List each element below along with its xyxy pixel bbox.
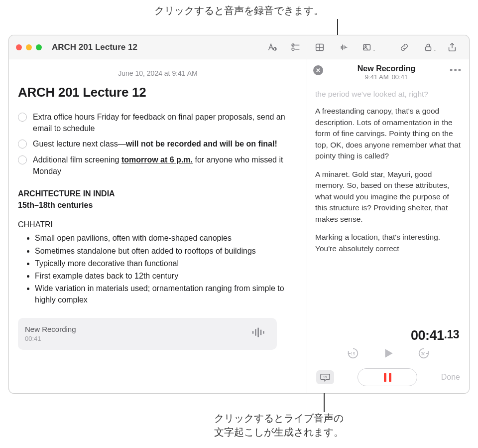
- share-button[interactable]: [442, 39, 462, 55]
- svg-point-2: [292, 48, 294, 50]
- attachment-duration: 00:41: [25, 334, 76, 344]
- svg-rect-13: [363, 44, 370, 50]
- recording-duration: 00:41: [392, 73, 408, 81]
- transcribe-button[interactable]: 99: [316, 370, 334, 384]
- list-item: Typically more decorative than functiona…: [35, 258, 298, 269]
- transcript-paragraph: A minaret. Gold star, Mayuri, good memor…: [315, 169, 461, 225]
- pause-icon: [384, 373, 391, 382]
- bullet-list: Small open pavilions, often with dome-sh…: [35, 232, 298, 305]
- svg-marker-24: [385, 349, 392, 357]
- list-item: Small open pavilions, often with dome-sh…: [35, 232, 298, 244]
- minimize-window-button[interactable]: [26, 44, 32, 50]
- svg-text:15: 15: [351, 352, 356, 356]
- recording-bottom-row: 99 Done: [307, 365, 469, 393]
- checklist-text: Additional film screening tomorrow at 6 …: [33, 154, 298, 177]
- section-heading: ARCHITECTURE IN INDIA: [18, 188, 298, 199]
- format-button[interactable]: [262, 39, 282, 55]
- recording-attachment[interactable]: New Recording 00:41: [18, 318, 277, 350]
- content-area: June 10, 2024 at 9:41 AM ARCH 201 Lectur…: [9, 59, 469, 393]
- skip-forward-button[interactable]: 30: [417, 346, 431, 362]
- record-audio-button[interactable]: [334, 39, 354, 55]
- pause-record-button[interactable]: [358, 368, 417, 386]
- checkbox-icon[interactable]: [18, 140, 27, 149]
- list-item: Wide variation in materials used; orname…: [35, 283, 298, 305]
- app-window: ARCH 201 Lecture 12: [8, 35, 470, 394]
- table-button[interactable]: [310, 39, 330, 55]
- media-button[interactable]: ⌄: [358, 39, 377, 55]
- window-controls: [16, 44, 42, 50]
- list-item: First example dates back to 12th century: [35, 270, 298, 282]
- callout-line-bottom: [324, 393, 325, 412]
- lock-button[interactable]: ⌄: [418, 39, 438, 55]
- checklist-item[interactable]: Extra office hours Friday for feedback o…: [18, 111, 298, 134]
- transcript-line-faded: the period we've looked at, right?: [315, 89, 461, 100]
- close-window-button[interactable]: [16, 44, 22, 50]
- attachment-title: New Recording: [25, 324, 76, 335]
- note-body[interactable]: June 10, 2024 at 9:41 AM ARCH 201 Lectur…: [9, 59, 307, 393]
- recording-title: New Recording: [327, 64, 446, 73]
- checkbox-icon[interactable]: [18, 113, 27, 122]
- callout-top: クリックすると音声を録音できます。: [0, 4, 478, 17]
- svg-rect-15: [426, 47, 431, 50]
- skip-back-button[interactable]: 15: [346, 346, 360, 362]
- checklist-item[interactable]: Additional film screening tomorrow at 6 …: [18, 154, 298, 177]
- close-panel-button[interactable]: [313, 65, 323, 75]
- checklist-text: Extra office hours Friday for feedback o…: [33, 111, 298, 134]
- checklist-text: Guest lecture next class—will not be rec…: [33, 138, 298, 149]
- chevron-down-icon: ⌄: [372, 47, 376, 52]
- svg-text:30: 30: [421, 352, 426, 356]
- recording-panel: New Recording 9:41 AM 00:41 ••• the peri…: [307, 59, 469, 393]
- window-title: ARCH 201 Lecture 12: [52, 42, 137, 52]
- note-date: June 10, 2024 at 9:41 AM: [18, 68, 298, 78]
- callout-bottom: クリックするとライブ音声の 文字起こしが生成されます。: [214, 411, 344, 439]
- zoom-window-button[interactable]: [36, 44, 42, 50]
- recording-timer: 00:41.13: [307, 328, 469, 343]
- note-title: ARCH 201 Lecture 12: [18, 83, 298, 102]
- checkbox-icon[interactable]: [18, 155, 27, 164]
- transcript-area[interactable]: the period we've looked at, right? A fre…: [307, 83, 469, 328]
- section-subheading: 15th–18th centuries: [18, 199, 298, 211]
- recording-header: New Recording 9:41 AM 00:41 •••: [307, 59, 469, 83]
- topic-heading: CHHATRI: [18, 219, 298, 230]
- waveform-icon: [248, 324, 270, 343]
- transcript-paragraph: Marking a location, that's interesting. …: [315, 232, 461, 254]
- playback-controls: 15 30: [307, 343, 469, 365]
- more-options-button[interactable]: •••: [450, 65, 462, 76]
- svg-text:99: 99: [323, 375, 327, 379]
- transcript-paragraph: A freestanding canopy, that's a good des…: [315, 106, 461, 161]
- done-button[interactable]: Done: [441, 373, 460, 382]
- link-note-button[interactable]: [394, 39, 414, 55]
- chevron-down-icon: ⌄: [433, 47, 437, 52]
- list-item: Sometimes standalone but often added to …: [35, 245, 298, 257]
- titlebar: ARCH 201 Lecture 12: [9, 35, 469, 59]
- recording-time: 9:41 AM: [365, 73, 389, 81]
- play-button[interactable]: [382, 347, 395, 362]
- checklist-item[interactable]: Guest lecture next class—will not be rec…: [18, 138, 298, 149]
- checklist-button[interactable]: [286, 39, 306, 55]
